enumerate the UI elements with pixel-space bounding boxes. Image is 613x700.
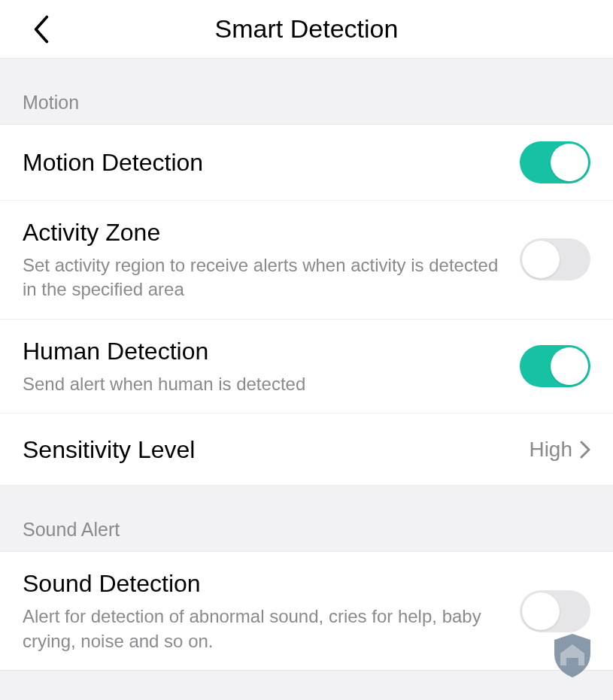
header: Smart Detection xyxy=(0,0,613,59)
section-header-motion: Motion xyxy=(0,75,613,125)
sensitivity-level-label: Sensitivity Level xyxy=(23,435,514,465)
chevron-right-icon xyxy=(580,441,590,459)
toggle-knob xyxy=(551,144,588,181)
row-sensitivity-level[interactable]: Sensitivity Level High xyxy=(0,414,613,486)
sound-detection-label: Sound Detection xyxy=(23,568,505,598)
row-human-detection: Human Detection Send alert when human is… xyxy=(0,320,613,414)
motion-detection-label: Motion Detection xyxy=(23,147,505,177)
human-detection-desc: Send alert when human is detected xyxy=(23,372,505,396)
back-button[interactable] xyxy=(26,14,56,44)
human-detection-toggle[interactable] xyxy=(520,345,590,387)
sensitivity-level-value: High xyxy=(529,438,572,462)
toggle-knob xyxy=(522,592,560,630)
human-detection-label: Human Detection xyxy=(23,336,505,366)
activity-zone-toggle[interactable] xyxy=(520,238,590,280)
row-sound-detection: Sound Detection Alert for detection of a… xyxy=(0,552,613,671)
sound-detection-desc: Alert for detection of abnormal sound, c… xyxy=(23,605,505,653)
activity-zone-desc: Set activity region to receive alerts wh… xyxy=(23,253,505,302)
toggle-knob xyxy=(551,347,588,385)
chevron-left-icon xyxy=(33,15,50,44)
row-motion-detection: Motion Detection xyxy=(0,125,613,201)
motion-detection-toggle[interactable] xyxy=(520,141,590,183)
shield-house-watermark-icon xyxy=(548,631,596,679)
toggle-knob xyxy=(522,241,560,278)
svg-rect-0 xyxy=(570,659,575,665)
row-activity-zone: Activity Zone Set activity region to rec… xyxy=(0,201,613,320)
section-header-sound: Sound Alert xyxy=(0,502,613,552)
sound-detection-toggle[interactable] xyxy=(520,590,590,632)
bottom-gap xyxy=(0,671,613,692)
svg-rect-1 xyxy=(575,649,578,655)
activity-zone-label: Activity Zone xyxy=(23,217,505,247)
page-title: Smart Detection xyxy=(0,14,613,44)
